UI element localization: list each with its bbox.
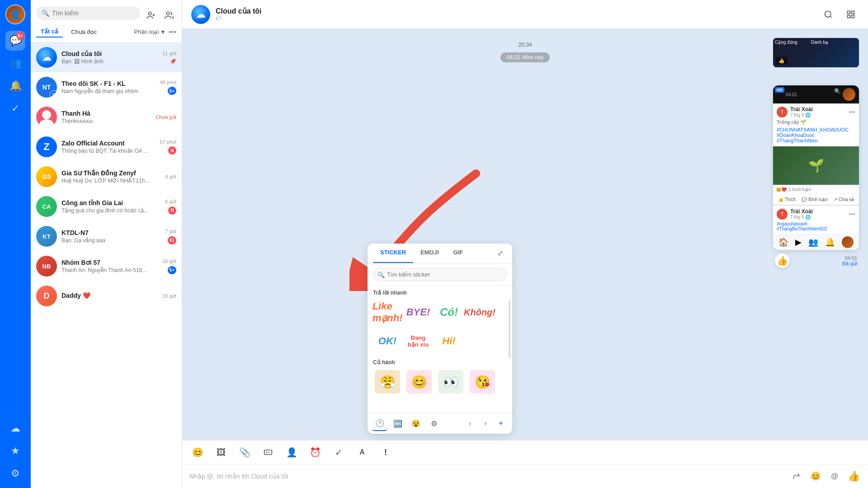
sticker-footer: 🕐 🔤 😵 ⚙ ‹ › + bbox=[368, 413, 512, 434]
search-chat-button[interactable] bbox=[820, 6, 836, 23]
exclamation-button[interactable]: ! bbox=[377, 444, 394, 460]
chat-name-nhomboi: Nhóm Bơi 57 bbox=[61, 259, 158, 266]
sticker-dong-ban-xiu[interactable]: Đangbận xíu bbox=[404, 328, 433, 354]
nav-settings[interactable]: ⚙ bbox=[5, 464, 25, 483]
timestamp-2034: 20:34 bbox=[191, 42, 859, 48]
sticker-button[interactable]: 😊 bbox=[189, 444, 206, 460]
chat-info-cloud: Cloud của tôi Bạn: 🖼 Hình ảnh bbox=[61, 50, 158, 65]
chat-name-giasu: Gia Sư Thần Đồng Zenyf bbox=[61, 169, 160, 177]
mention-button[interactable]: @ bbox=[827, 469, 842, 483]
chat-info-nhomboi: Nhóm Bơi 57 Thanh An: Nguyễn Thanh An-51… bbox=[61, 259, 158, 273]
chat-meta-daddy: 20 giờ bbox=[162, 293, 176, 299]
emoji-stickers-button[interactable]: 😵 bbox=[408, 416, 424, 431]
nav-contacts[interactable]: 👥 bbox=[5, 53, 25, 73]
checklist-button[interactable]: ✓ bbox=[330, 444, 347, 460]
chat-item-congan[interactable]: CA Công an tỉnh Gia Lai Tặng quà cho gia… bbox=[31, 192, 182, 221]
chat-avatar-nhomboi: NB bbox=[36, 256, 57, 277]
comment-action[interactable]: 💬 Bình luận bbox=[802, 197, 827, 202]
sticker-search-input[interactable] bbox=[373, 268, 507, 281]
sticker-ch4[interactable]: 😘 bbox=[468, 369, 497, 394]
nav-cloud[interactable]: ☁ bbox=[5, 418, 25, 438]
forward-button[interactable] bbox=[789, 469, 804, 483]
sticker-ch2[interactable]: 😊 bbox=[405, 369, 434, 394]
reminder-button[interactable]: ⏰ bbox=[307, 444, 323, 460]
expand-panel-button[interactable]: ⤢ bbox=[494, 244, 507, 263]
chat-meta-giasu: 4 giờ bbox=[165, 174, 176, 180]
tab-sticker[interactable]: STICKER bbox=[373, 244, 413, 263]
sent-label: Đã gửi bbox=[842, 261, 857, 267]
sticker-ch1[interactable]: 😤 bbox=[373, 369, 402, 394]
chat-avatar-zalo: Z bbox=[36, 136, 57, 157]
nav-notifications[interactable]: 🔔 bbox=[5, 76, 25, 96]
attach-button[interactable]: 📎 bbox=[236, 444, 253, 460]
svg-point-4 bbox=[825, 11, 831, 17]
contact-button[interactable]: 👤 bbox=[283, 444, 300, 460]
nav-starred[interactable]: ★ bbox=[5, 441, 25, 461]
chat-item-ktdl[interactable]: KT KTDL-N7 Bạn: Dạ vắng aaa 7 giờ 61 bbox=[31, 221, 182, 251]
quick-reply-title: Trả lời nhanh bbox=[368, 286, 512, 298]
card-avatar[interactable] bbox=[842, 236, 854, 248]
chat-item-cloud[interactable]: ☁ Cloud của tôi Bạn: 🖼 Hình ảnh 11 giờ 📌 bbox=[31, 42, 182, 72]
like-action[interactable]: 👍 Thích bbox=[778, 197, 796, 202]
sticker-khong[interactable]: Không! bbox=[465, 300, 494, 325]
quick-reply-row2: OK! Đangbận xíu Hi! bbox=[368, 327, 512, 356]
add-sticker-button[interactable]: + bbox=[494, 417, 508, 430]
sticker-bye[interactable]: BYE! bbox=[404, 300, 433, 325]
sticker-ch3[interactable]: 👀 bbox=[436, 369, 465, 394]
chat-avatar-congan: CA bbox=[36, 196, 57, 217]
text-stickers-button[interactable]: 🔤 bbox=[390, 416, 406, 431]
card-action-4[interactable]: 🔔 bbox=[825, 237, 835, 247]
sticker-next-button[interactable]: › bbox=[479, 417, 492, 430]
filter-classify[interactable]: Phân loại ▼ ••• bbox=[134, 28, 176, 36]
sticker-content[interactable]: Trả lời nhanh Likemạnh! BYE! Có! Không! bbox=[368, 286, 512, 413]
chat-preview-nhomboi: Thanh An: Nguyễn Thanh An-518... bbox=[61, 267, 158, 273]
sent-time: 04:01 bbox=[842, 255, 857, 261]
card-action-1[interactable]: 🏠 bbox=[778, 237, 788, 247]
chat-item-zalo[interactable]: Z Zalo Official Account Thông báo từ BQT… bbox=[31, 132, 182, 162]
chat-info-zalo: Zalo Official Account Thông báo từ BQT: … bbox=[61, 140, 155, 154]
countdown-button[interactable] bbox=[260, 444, 276, 460]
image-button[interactable]: 🖼 bbox=[213, 444, 229, 460]
layout-button[interactable] bbox=[843, 6, 859, 23]
sticker-like[interactable]: Likemạnh! bbox=[373, 300, 402, 325]
chat-item-thanhha[interactable]: Thanh Hà Thenkiuuuuu Chưa gửi bbox=[31, 102, 182, 132]
sticker-ok[interactable]: OK! bbox=[373, 328, 402, 354]
card-action-2[interactable]: ▶ bbox=[795, 237, 802, 247]
chat-preview-thanhha: Thenkiuuuuu bbox=[61, 118, 151, 124]
message-input[interactable] bbox=[189, 473, 785, 480]
like-button[interactable]: 👍 bbox=[846, 469, 861, 483]
tab-gif[interactable]: GIF bbox=[446, 244, 471, 263]
sticker-prev-button[interactable]: ‹ bbox=[463, 417, 477, 430]
nav-tasks[interactable]: ✓ bbox=[5, 99, 25, 118]
chat-preview-zalo: Thông báo từ BQT: Tài khoản OA ... bbox=[61, 148, 155, 154]
message-toolbar: 😊 🖼 📎 👤 ⏰ ✓ A ! bbox=[182, 440, 868, 464]
add-contact-button[interactable] bbox=[144, 8, 158, 23]
sticker-hi[interactable]: Hi! bbox=[434, 328, 463, 354]
chat-item-daddy[interactable]: D Daddy ❤️ 20 giờ bbox=[31, 281, 182, 311]
filter-unread[interactable]: Chưa đọc bbox=[66, 27, 101, 37]
date-badge: 04:01 Hôm nay bbox=[500, 52, 550, 62]
chat-info-giasu: Gia Sư Thần Đồng Zenyf Huệ Huệ Gv: LỚP M… bbox=[61, 169, 160, 184]
recent-stickers-button[interactable]: 🕐 bbox=[372, 416, 387, 431]
settings-sticker-button[interactable]: ⚙ bbox=[426, 416, 442, 431]
filter-all[interactable]: Tất cả bbox=[36, 26, 63, 38]
share-action[interactable]: ↗ Chia sẻ bbox=[834, 197, 854, 202]
nav-chat[interactable]: 💬 5+ bbox=[5, 31, 25, 51]
text-format-button[interactable]: A bbox=[354, 444, 370, 460]
chat-badge-nhomboi: 5+ bbox=[168, 266, 176, 274]
card-action-3[interactable]: 👥 bbox=[808, 237, 818, 247]
user-avatar[interactable]: 👤 bbox=[5, 5, 25, 24]
like-reaction[interactable]: 👍 bbox=[775, 253, 790, 268]
chat-item-nhomboi[interactable]: NB Nhóm Bơi 57 Thanh An: Nguyễn Thanh An… bbox=[31, 251, 182, 281]
chat-item-giasu[interactable]: GS Gia Sư Thần Đồng Zenyf Huệ Huệ Gv: LỚ… bbox=[31, 162, 182, 192]
search-input[interactable] bbox=[52, 9, 135, 17]
chat-info-ktdl: KTDL-N7 Bạn: Dạ vắng aaa bbox=[61, 229, 160, 244]
tab-emoji[interactable]: EMOJI bbox=[413, 244, 446, 263]
messages-area[interactable]: 20:34 04:01 Hôm nay bbox=[182, 29, 868, 440]
chat-item-theodoi[interactable]: NT N Theo dõi SK - F1 - KL Nam Nguyễn đã… bbox=[31, 72, 182, 102]
sticker-co[interactable]: Có! bbox=[434, 300, 463, 325]
new-group-button[interactable] bbox=[162, 8, 176, 23]
sticker-search-area: 🔍 bbox=[368, 263, 512, 286]
date-divider: 04:01 Hôm nay bbox=[191, 52, 859, 62]
emoji-button[interactable]: 😊 bbox=[808, 469, 823, 483]
